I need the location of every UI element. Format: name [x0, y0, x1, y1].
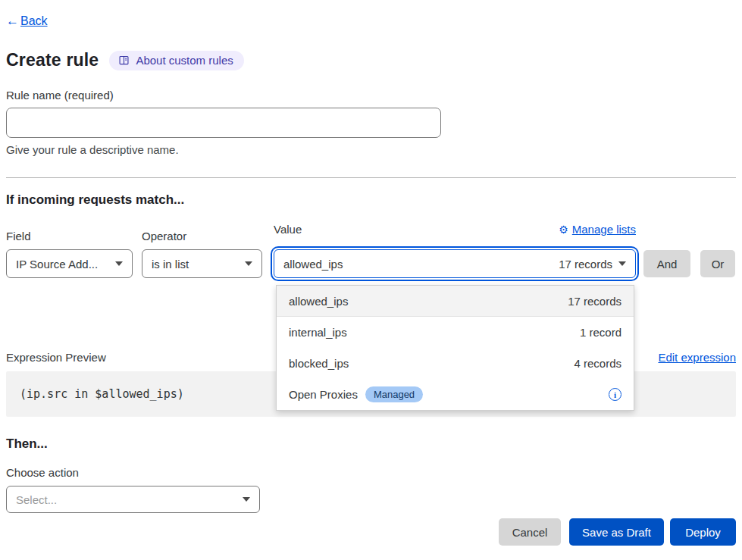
then-section-heading: Then...	[6, 436, 736, 452]
list-item-open-proxies[interactable]: Open Proxies Managed i	[277, 379, 634, 410]
match-section-heading: If incoming requests match...	[6, 192, 736, 208]
operator-label: Operator	[142, 230, 262, 242]
action-select-placeholder: Select...	[16, 493, 236, 506]
list-item-name: Open Proxies	[289, 388, 358, 401]
field-select-value: IP Source Add...	[16, 258, 109, 271]
value-select-meta: 17 records	[559, 258, 612, 271]
field-select[interactable]: IP Source Add...	[6, 249, 133, 278]
section-divider	[6, 177, 736, 178]
operator-select[interactable]: is in list	[142, 249, 262, 278]
list-item-name: internal_ips	[289, 326, 347, 339]
list-item-name: allowed_ips	[289, 295, 348, 308]
edit-expression-link[interactable]: Edit expression	[658, 351, 736, 364]
info-icon[interactable]: i	[609, 388, 621, 401]
operator-select-value: is in list	[152, 258, 239, 271]
list-item-blocked-ips[interactable]: blocked_ips 4 records	[277, 348, 634, 379]
value-select[interactable]: allowed_ips 17 records	[274, 249, 636, 278]
back-link[interactable]: Back	[20, 14, 48, 28]
page-header: Create rule About custom rules	[6, 50, 736, 70]
rule-name-input[interactable]	[6, 108, 441, 138]
footer-actions: Cancel Save as Draft Deploy	[499, 518, 736, 546]
manage-lists-link[interactable]: Manage lists	[572, 223, 636, 236]
chevron-down-icon	[115, 261, 123, 266]
gear-icon: ⚙	[559, 224, 568, 236]
chevron-down-icon	[618, 261, 626, 266]
list-dropdown-panel: allowed_ips 17 records internal_ips 1 re…	[276, 285, 634, 411]
expression-preview-label: Expression Preview	[6, 351, 106, 364]
value-label: Value	[274, 223, 302, 236]
manage-lists: ⚙ Manage lists	[559, 223, 636, 236]
choose-action-label: Choose action	[6, 466, 736, 479]
chevron-down-icon	[245, 261, 252, 266]
page-title: Create rule	[6, 50, 99, 70]
breadcrumb: ←Back	[6, 14, 736, 29]
action-select[interactable]: Select...	[6, 486, 260, 513]
chevron-down-icon	[243, 497, 250, 502]
cancel-button[interactable]: Cancel	[499, 518, 561, 546]
list-item-meta: 17 records	[568, 295, 621, 308]
deploy-button[interactable]: Deploy	[670, 518, 736, 546]
list-item-meta: 4 records	[574, 357, 621, 370]
condition-row: Field IP Source Add... Operator is in li…	[6, 223, 736, 278]
field-label: Field	[6, 230, 133, 242]
expression-code: (ip.src in $allowed_ips)	[20, 387, 184, 401]
rule-name-helper: Give your rule a descriptive name.	[6, 143, 736, 156]
list-item-allowed-ips[interactable]: allowed_ips 17 records	[277, 286, 634, 317]
or-button[interactable]: Or	[700, 250, 735, 277]
and-button[interactable]: And	[643, 250, 690, 277]
managed-badge: Managed	[365, 386, 423, 402]
about-custom-rules-label: About custom rules	[136, 54, 233, 67]
list-item-name: blocked_ips	[289, 357, 349, 370]
book-icon	[118, 55, 130, 66]
list-item-meta: 1 record	[580, 326, 621, 339]
list-item-internal-ips[interactable]: internal_ips 1 record	[277, 317, 634, 348]
save-as-draft-button[interactable]: Save as Draft	[569, 518, 664, 546]
about-custom-rules-badge[interactable]: About custom rules	[109, 51, 243, 70]
back-arrow-icon: ←	[6, 14, 19, 29]
value-select-value: allowed_ips	[283, 258, 343, 271]
rule-name-label: Rule name (required)	[6, 89, 736, 102]
